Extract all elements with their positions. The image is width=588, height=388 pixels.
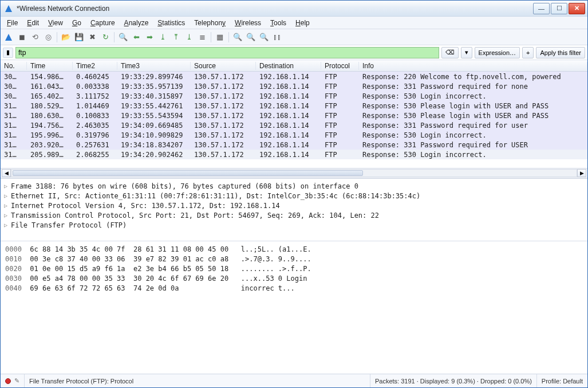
maximize-button[interactable]: ☐ — [551, 3, 567, 14]
close-button[interactable]: ✕ — [569, 3, 585, 14]
save-icon[interactable]: 💾 — [73, 32, 85, 43]
hex-bytes: 69 6e 63 6f 72 72 65 63 74 2e 0d 0a — [30, 284, 228, 292]
clear-filter-button[interactable]: ⌫ — [441, 47, 459, 58]
packet-list-hscroll[interactable]: ◀ ▶ — [1, 168, 587, 178]
status-profile[interactable]: Profile: Default — [537, 374, 587, 387]
scroll-left-icon[interactable]: ◀ — [2, 169, 11, 177]
wireshark-fin-icon[interactable] — [3, 32, 14, 43]
reload-icon[interactable]: ↻ — [100, 32, 111, 43]
cell-info: Response: 220 Welcome to ftp.novell.com,… — [359, 73, 587, 81]
menu-telephony[interactable]: Telephony — [190, 18, 230, 28]
packet-row[interactable]: 31…180.630…0.10083319:33:55.543594130.57… — [1, 111, 587, 120]
col-protocol[interactable]: Protocol — [321, 62, 359, 70]
menu-wireless[interactable]: Wireless — [231, 18, 265, 28]
tree-row[interactable]: ▷Frame 3188: 76 bytes on wire (608 bits)… — [4, 181, 584, 191]
col-no[interactable]: No. — [1, 62, 27, 70]
apply-filter-button[interactable]: Apply this filter — [536, 47, 585, 58]
packet-details-tree[interactable]: ▷Frame 3188: 76 bytes on wire (608 bits)… — [1, 178, 587, 241]
scroll-thumb[interactable] — [13, 170, 363, 176]
menu-go[interactable]: Go — [68, 18, 85, 28]
packet-row[interactable]: 31…194.756…2.46303519:34:09.669485130.57… — [1, 120, 587, 130]
menu-help[interactable]: Help — [291, 18, 314, 28]
open-file-icon[interactable]: 📂 — [60, 32, 72, 43]
stop-capture-icon[interactable]: ◼ — [16, 32, 27, 43]
expression-button[interactable]: Expression… — [475, 47, 520, 58]
col-time2[interactable]: Time2 — [73, 62, 117, 70]
menu-tools[interactable]: Tools — [266, 18, 290, 28]
bookmark-filter-icon[interactable]: ▮ — [3, 48, 13, 58]
tree-row[interactable]: ▷File Transfer Protocol (FTP) — [4, 220, 584, 230]
go-to-packet-icon[interactable]: ⤓ — [157, 32, 168, 43]
find-icon[interactable]: 🔍 — [117, 32, 129, 43]
cell-no: 31… — [1, 151, 27, 159]
menu-capture[interactable]: Capture — [86, 18, 119, 28]
close-file-icon[interactable]: ✖ — [86, 32, 98, 43]
colorize-icon[interactable]: ▦ — [214, 32, 226, 43]
cell-src: 130.57.1.172 — [191, 92, 256, 100]
cell-src: 130.57.1.172 — [191, 112, 256, 120]
hex-ascii: ........ .>.f..P. — [241, 265, 311, 273]
tree-row[interactable]: ▷Ethernet II, Src: Actionte_61:31:11 (00… — [4, 191, 584, 201]
separator — [211, 32, 211, 42]
cell-time3: 19:33:40.315897 — [117, 92, 191, 100]
packet-row[interactable]: 30…165.402…3.11175219:33:40.315897130.57… — [1, 91, 587, 101]
add-filter-button[interactable]: + — [522, 47, 534, 58]
packet-row[interactable]: 30…154.986…0.46024519:33:29.899746130.57… — [1, 72, 587, 81]
packet-list-header[interactable]: No. Time Time2 Time3 Source Destination … — [1, 60, 587, 72]
menu-statistics[interactable]: Statistics — [153, 18, 189, 28]
cell-time2: 2.068255 — [73, 151, 117, 159]
resize-columns-icon[interactable]: ⫿⫿ — [271, 32, 283, 43]
tree-row[interactable]: ▷Transmission Control Protocol, Src Port… — [4, 210, 584, 220]
zoom-reset-icon[interactable]: 🔍 — [258, 32, 270, 43]
zoom-out-icon[interactable]: 🔍 — [245, 32, 256, 43]
expand-caret-icon[interactable]: ▷ — [4, 183, 11, 189]
expand-caret-icon[interactable]: ▷ — [4, 202, 11, 209]
menu-file[interactable]: File — [3, 18, 22, 28]
last-packet-icon[interactable]: ⤓ — [183, 32, 195, 43]
capture-options-icon[interactable]: ◎ — [42, 32, 54, 43]
expert-info-icon[interactable]: ✎ — [14, 377, 19, 385]
cell-time3: 19:34:09.669485 — [117, 122, 191, 130]
hex-bytes: 00 3e c8 37 40 00 33 06 39 e7 82 39 01 a… — [30, 255, 228, 263]
packet-row[interactable]: 30…161.043…0.00333819:33:35.957139130.57… — [1, 81, 587, 91]
col-info[interactable]: Info — [359, 62, 587, 70]
go-forward-icon[interactable]: ➡ — [144, 32, 155, 43]
col-destination[interactable]: Destination — [256, 62, 321, 70]
expand-caret-icon[interactable]: ▷ — [4, 193, 11, 199]
cell-no: 30… — [1, 83, 27, 91]
packet-row[interactable]: 31…180.529…1.01446919:33:55.442761130.57… — [1, 101, 587, 111]
filter-history-dropdown[interactable]: ▾ — [461, 47, 472, 58]
cell-src: 130.57.1.172 — [191, 141, 256, 149]
expand-caret-icon[interactable]: ▷ — [4, 212, 11, 218]
menu-edit[interactable]: Edit — [23, 18, 43, 28]
tree-row[interactable]: ▷Internet Protocol Version 4, Src: 130.5… — [4, 201, 584, 210]
restart-capture-icon[interactable]: ⟲ — [29, 32, 41, 43]
menubar: File Edit View Go Capture Analyze Statis… — [1, 17, 587, 29]
zoom-in-icon[interactable]: 🔍 — [232, 32, 243, 43]
expand-caret-icon[interactable]: ▷ — [4, 222, 11, 228]
cell-no: 31… — [1, 112, 27, 120]
packet-row[interactable]: 31…203.920…0.25763119:34:18.834207130.57… — [1, 140, 587, 150]
cell-src: 130.57.1.172 — [191, 73, 256, 81]
minimize-button[interactable]: — — [533, 3, 550, 14]
autoscroll-icon[interactable]: ≣ — [196, 32, 208, 43]
col-time[interactable]: Time — [27, 62, 73, 70]
col-time3[interactable]: Time3 — [117, 62, 191, 70]
scroll-track[interactable] — [11, 169, 577, 177]
cell-time: 203.920… — [27, 141, 73, 149]
packet-row[interactable]: 31…195.996…0.31979619:34:10.909829130.57… — [1, 130, 587, 140]
menu-analyze[interactable]: Analyze — [120, 18, 153, 28]
col-source[interactable]: Source — [191, 62, 256, 70]
titlebar[interactable]: *Wireless Network Connection — ☐ ✕ — [1, 1, 587, 17]
cell-proto: FTP — [321, 92, 359, 100]
display-filter-input[interactable] — [15, 47, 439, 58]
status-capture-indicator[interactable]: ✎ — [1, 374, 25, 387]
go-back-icon[interactable]: ⬅ — [131, 32, 142, 43]
packet-row[interactable]: 31…205.989…2.06825519:34:20.902462130.57… — [1, 150, 587, 159]
cell-info: Response: 331 Password required for none — [359, 83, 587, 91]
menu-view[interactable]: View — [44, 18, 67, 28]
first-packet-icon[interactable]: ⤒ — [170, 32, 181, 43]
scroll-right-icon[interactable]: ▶ — [577, 169, 586, 177]
packet-bytes-hex[interactable]: 0000 6c 88 14 3b 35 4c 00 7f 28 61 31 11… — [1, 241, 587, 374]
cell-time2: 3.111752 — [73, 92, 117, 100]
